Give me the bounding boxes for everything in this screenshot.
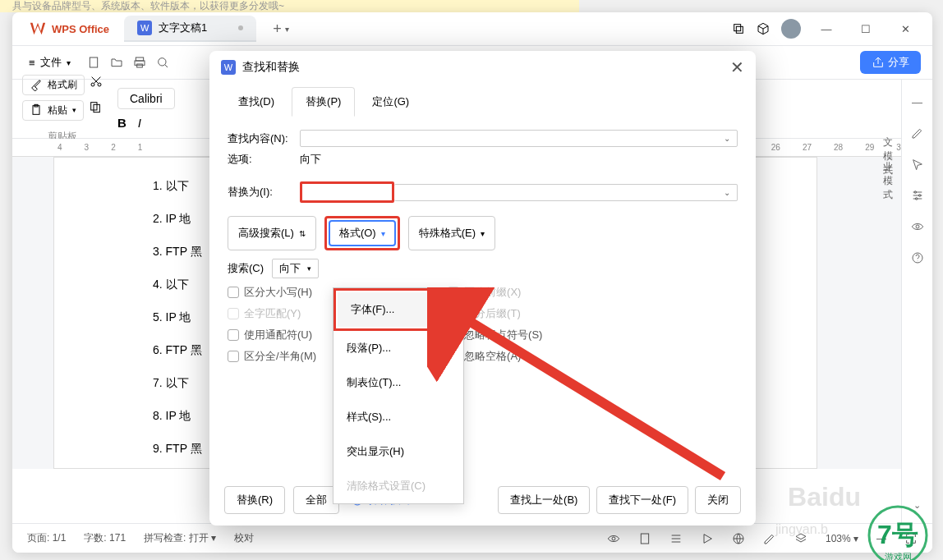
file-menu[interactable]: ≡ 文件 ▾ bbox=[21, 52, 79, 73]
replace-button[interactable]: 替换(R) bbox=[224, 486, 285, 514]
svg-text:游戏网: 游戏网 bbox=[885, 552, 912, 560]
svg-point-18 bbox=[612, 537, 615, 540]
svg-point-16 bbox=[916, 225, 919, 228]
format-button[interactable]: 格式(O)▾ bbox=[329, 220, 396, 246]
tab-find[interactable]: 查找(D) bbox=[224, 87, 288, 117]
check-whole-word: 全字匹配(Y) bbox=[228, 306, 316, 321]
bold-button[interactable]: B bbox=[117, 116, 126, 130]
find-next-button[interactable]: 查找下一处(F) bbox=[596, 486, 688, 514]
svg-rect-0 bbox=[734, 25, 741, 31]
find-prev-button[interactable]: 查找上一处(B) bbox=[498, 486, 590, 514]
copy-icon[interactable] bbox=[732, 22, 745, 35]
svg-point-6 bbox=[158, 58, 165, 66]
document-tab-label: 文字文稿1 bbox=[159, 21, 207, 35]
site-logo-icon: 7号 游戏网 bbox=[836, 503, 943, 560]
title-tab-bar: WPS Office W 文字文稿1 + ▾ — ☐ ✕ bbox=[12, 12, 932, 45]
dialog-title: 查找和替换 bbox=[242, 60, 300, 75]
dialog-tabs: 查找(D) 替换(P) 定位(G) bbox=[209, 87, 756, 117]
check-full-half-width[interactable]: 区分全/半角(M) bbox=[228, 349, 316, 364]
share-button[interactable]: 分享 bbox=[860, 51, 921, 74]
cube-icon[interactable] bbox=[757, 22, 770, 35]
find-content-label: 查找内容(N): bbox=[228, 131, 292, 146]
svg-point-8 bbox=[98, 83, 101, 86]
clipboard-icon bbox=[30, 103, 43, 117]
search-direction-select[interactable]: 向下▾ bbox=[272, 259, 319, 278]
svg-rect-3 bbox=[136, 57, 143, 61]
settings-sliders-icon[interactable] bbox=[911, 189, 924, 202]
format-brush-button[interactable]: 格式刷 bbox=[22, 75, 85, 95]
dialog-close-btn[interactable]: 关闭 bbox=[695, 486, 741, 514]
new-doc-icon[interactable] bbox=[87, 56, 100, 69]
page-layout-icon[interactable] bbox=[638, 532, 651, 545]
advanced-search-button[interactable]: 高级搜索(L)⇅ bbox=[228, 216, 316, 250]
check-case-sensitive[interactable]: 区分大小写(H) bbox=[228, 285, 316, 300]
unsaved-indicator-icon bbox=[238, 25, 243, 30]
preview-icon[interactable] bbox=[156, 56, 169, 69]
word-doc-icon: W bbox=[221, 60, 236, 75]
document-tab[interactable]: W 文字文稿1 bbox=[124, 16, 256, 42]
tab-replace[interactable]: 替换(P) bbox=[292, 87, 355, 117]
proofing-status[interactable]: 校对 bbox=[234, 531, 254, 545]
cut-icon[interactable] bbox=[90, 75, 103, 88]
italic-button[interactable]: I bbox=[138, 116, 141, 130]
close-window-button[interactable]: ✕ bbox=[891, 15, 919, 43]
dropdown-item-paragraph[interactable]: 段落(P)... bbox=[334, 331, 463, 365]
search-direction-label: 搜索(C) bbox=[228, 261, 264, 276]
pencil-icon[interactable] bbox=[911, 126, 924, 140]
font-selector[interactable]: Calibri bbox=[117, 88, 175, 109]
spellcheck-status[interactable]: 拼写检查: 打开 ▾ bbox=[144, 531, 216, 545]
paste-button[interactable]: 粘贴 ▾ bbox=[22, 100, 84, 121]
pen-icon[interactable] bbox=[763, 532, 776, 545]
dropdown-item-clear: 清除格式设置(C) bbox=[334, 469, 463, 503]
dialog-titlebar[interactable]: W 查找和替换 ✕ bbox=[209, 51, 756, 84]
format-dropdown-menu: 字体(F)... 段落(P)... 制表位(T)... 样式(S)... 突出显… bbox=[333, 287, 464, 504]
new-tab-button[interactable]: + ▾ bbox=[273, 21, 289, 38]
find-replace-dialog: W 查找和替换 ✕ 查找(D) 替换(P) 定位(G) 查找内容(N): ⌄ 选… bbox=[209, 51, 756, 526]
check-wildcards[interactable]: 使用通配符(U) bbox=[228, 328, 316, 342]
options-label: 选项: bbox=[228, 152, 292, 167]
dropdown-item-font[interactable]: 字体(F)... bbox=[338, 292, 459, 327]
play-icon[interactable] bbox=[701, 532, 714, 545]
replace-with-input[interactable] bbox=[300, 181, 394, 203]
page-indicator[interactable]: 页面: 1/1 bbox=[27, 531, 66, 545]
dropdown-item-style[interactable]: 样式(S)... bbox=[334, 400, 463, 434]
svg-rect-19 bbox=[641, 534, 648, 544]
tab-goto[interactable]: 定位(G) bbox=[358, 87, 423, 117]
special-format-button[interactable]: 特殊格式(E)▾ bbox=[408, 216, 495, 250]
svg-rect-1 bbox=[736, 26, 743, 33]
help-icon[interactable] bbox=[911, 251, 924, 264]
find-content-input[interactable]: ⌄ bbox=[300, 130, 738, 147]
replace-with-combo[interactable]: ⌄ bbox=[394, 184, 738, 201]
outline-icon[interactable] bbox=[669, 532, 683, 545]
user-avatar[interactable] bbox=[781, 19, 801, 39]
svg-rect-4 bbox=[135, 61, 145, 65]
right-tool-rail: — ⌄ bbox=[901, 80, 932, 523]
dropdown-item-highlight[interactable]: 突出显示(H) bbox=[334, 434, 463, 469]
maximize-button[interactable]: ☐ bbox=[852, 15, 880, 43]
jingyan-watermark: jingyan.b bbox=[775, 522, 828, 537]
svg-rect-2 bbox=[90, 57, 97, 67]
print-icon[interactable] bbox=[133, 56, 146, 69]
word-count[interactable]: 字数: 171 bbox=[84, 531, 126, 545]
view-eye-icon[interactable] bbox=[607, 532, 620, 545]
minimize-button[interactable]: — bbox=[812, 15, 840, 43]
wps-logo: WPS Office bbox=[19, 20, 119, 38]
replace-with-label: 替换为(I): bbox=[228, 185, 292, 200]
dropdown-item-tabs[interactable]: 制表位(T)... bbox=[334, 365, 463, 400]
word-doc-icon: W bbox=[137, 21, 152, 35]
direction-value: 向下 bbox=[300, 152, 321, 167]
copy-icon[interactable] bbox=[89, 100, 102, 113]
brush-icon bbox=[30, 78, 43, 91]
background-strip-text: 具与设备品牌型号、系统版本、软件版本，以获得更多分发哦~ bbox=[0, 0, 579, 12]
svg-point-7 bbox=[91, 83, 94, 86]
collapse-rail-icon[interactable]: — bbox=[912, 96, 922, 108]
open-icon[interactable] bbox=[110, 56, 123, 69]
svg-rect-5 bbox=[136, 64, 142, 67]
svg-text:7号: 7号 bbox=[877, 520, 918, 549]
globe-icon[interactable] bbox=[732, 532, 745, 545]
eye-leaf-icon[interactable] bbox=[911, 220, 924, 233]
cursor-icon[interactable] bbox=[911, 158, 924, 171]
dialog-close-button[interactable]: ✕ bbox=[730, 57, 744, 77]
